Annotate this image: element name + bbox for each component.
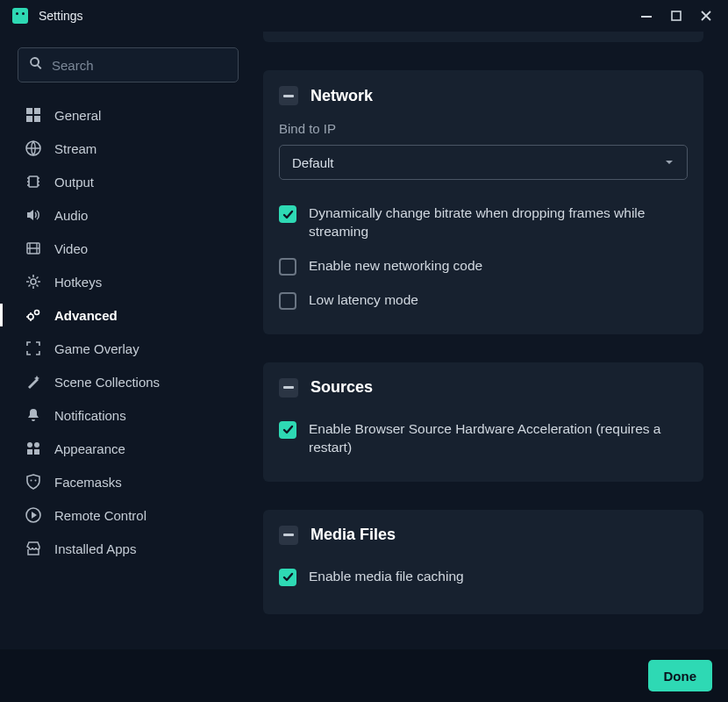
sidebar-nav: General Stream Output Audio Video Hotkey…: [18, 98, 239, 565]
sidebar-item-output[interactable]: Output: [18, 165, 239, 198]
film-icon: [25, 240, 42, 257]
search-icon: [29, 56, 43, 74]
sidebar-item-scene-collections[interactable]: Scene Collections: [18, 365, 239, 398]
sidebar-item-label: Appearance: [54, 441, 125, 456]
done-button[interactable]: Done: [648, 660, 713, 691]
svg-point-17: [35, 480, 37, 482]
media-files-panel: Media Files Enable media file caching: [263, 510, 703, 614]
svg-rect-21: [283, 534, 294, 536]
svg-point-15: [34, 442, 39, 448]
svg-rect-7: [29, 176, 38, 187]
previous-section-panel: [263, 32, 703, 42]
sidebar-item-label: Audio: [54, 208, 88, 223]
sidebar-item-appearance[interactable]: Appearance: [18, 432, 239, 465]
sidebar-item-label: Video: [54, 241, 88, 256]
window-minimize-button[interactable]: [632, 4, 661, 28]
collapse-button[interactable]: [279, 86, 298, 105]
chevron-down-icon: [664, 155, 674, 170]
network-panel: Network Bind to IP Default Dynamically c…: [263, 70, 703, 334]
sidebar-item-label: General: [54, 108, 101, 123]
wand-icon: [25, 373, 42, 390]
titlebar: Settings: [0, 0, 728, 32]
sidebar-item-label: Hotkeys: [54, 275, 102, 290]
sidebar-item-general[interactable]: General: [18, 98, 239, 132]
svg-point-9: [31, 279, 36, 284]
sidebar-item-label: Advanced: [54, 308, 118, 323]
app-icon: [12, 8, 28, 24]
checkbox-media-caching[interactable]: Enable media file caching: [279, 561, 688, 595]
section-title: Sources: [310, 378, 373, 397]
sources-panel: Sources Enable Browser Source Hardware A…: [263, 362, 703, 482]
globe-icon: [25, 140, 42, 157]
svg-rect-20: [283, 386, 294, 389]
checkbox-label: Dynamically change bitrate when dropping…: [309, 204, 688, 241]
svg-rect-14: [27, 449, 32, 455]
bell-icon: [25, 406, 42, 424]
content-area: Network Bind to IP Default Dynamically c…: [253, 32, 728, 649]
sidebar-item-label: Scene Collections: [54, 375, 160, 390]
svg-point-10: [28, 314, 33, 319]
speaker-icon: [25, 206, 42, 224]
sidebar-item-label: Installed Apps: [54, 541, 136, 556]
checkbox-empty-icon: [279, 258, 296, 276]
svg-point-12: [27, 442, 32, 448]
sidebar-item-game-overlay[interactable]: Game Overlay: [18, 332, 239, 365]
sidebar-item-stream[interactable]: Stream: [18, 132, 239, 165]
search-input-wrap[interactable]: [18, 47, 239, 82]
section-title: Network: [310, 87, 373, 105]
collapse-button[interactable]: [279, 378, 298, 398]
checkbox-label: Low latency mode: [309, 291, 427, 310]
gear-icon: [25, 273, 42, 290]
sidebar-item-advanced[interactable]: Advanced: [18, 298, 239, 332]
store-icon: [25, 540, 42, 557]
check-icon: [279, 421, 296, 439]
window-close-button[interactable]: [691, 4, 721, 28]
checkbox-new-networking-code[interactable]: Enable new networking code: [279, 250, 688, 284]
svg-rect-0: [641, 16, 652, 18]
sidebar-item-installed-apps[interactable]: Installed Apps: [18, 532, 239, 565]
section-title: Media Files: [310, 526, 396, 544]
sidebar-item-label: Game Overlay: [54, 341, 139, 356]
window-title: Settings: [39, 9, 83, 23]
sidebar-item-audio[interactable]: Audio: [18, 198, 239, 232]
sidebar-item-label: Output: [54, 175, 94, 190]
check-icon: [279, 205, 296, 223]
sidebar-item-video[interactable]: Video: [18, 232, 239, 265]
svg-rect-19: [283, 95, 294, 97]
checkbox-low-latency-mode[interactable]: Low latency mode: [279, 284, 688, 319]
footer: Done: [0, 649, 728, 702]
bind-to-ip-select[interactable]: Default: [279, 145, 688, 180]
sidebar-item-remote-control[interactable]: Remote Control: [18, 498, 239, 532]
checkbox-label: Enable new networking code: [309, 257, 491, 276]
svg-rect-1: [672, 11, 681, 20]
checkbox-browser-source-hw-accel[interactable]: Enable Browser Source Hardware Accelerat…: [279, 413, 688, 466]
shield-icon: [25, 473, 42, 491]
grid-icon: [25, 106, 42, 124]
svg-rect-3: [34, 108, 40, 114]
checkbox-dynamic-bitrate[interactable]: Dynamically change bitrate when dropping…: [279, 197, 688, 250]
sidebar-item-facemasks[interactable]: Facemasks: [18, 465, 239, 498]
svg-rect-2: [26, 108, 32, 114]
checkbox-empty-icon: [279, 292, 296, 310]
expand-icon: [25, 340, 42, 357]
sidebar-item-notifications[interactable]: Notifications: [18, 398, 239, 432]
window-maximize-button[interactable]: [661, 4, 691, 28]
select-value: Default: [292, 155, 334, 170]
gears-icon: [25, 306, 42, 324]
play-circle-icon: [25, 506, 42, 524]
svg-rect-5: [34, 116, 40, 122]
svg-rect-4: [26, 116, 32, 122]
collapse-button[interactable]: [279, 526, 298, 545]
svg-point-16: [31, 480, 32, 482]
svg-rect-13: [34, 449, 39, 455]
sidebar: General Stream Output Audio Video Hotkey…: [0, 32, 253, 649]
chip-icon: [25, 173, 42, 190]
sidebar-item-hotkeys[interactable]: Hotkeys: [18, 265, 239, 298]
checkbox-label: Enable media file caching: [309, 568, 473, 586]
search-input[interactable]: [52, 58, 227, 73]
sidebar-item-label: Remote Control: [54, 508, 146, 523]
sidebar-item-label: Stream: [54, 141, 96, 156]
sidebar-item-label: Notifications: [54, 408, 126, 423]
sidebar-item-label: Facemasks: [54, 475, 122, 490]
svg-point-11: [35, 311, 39, 315]
